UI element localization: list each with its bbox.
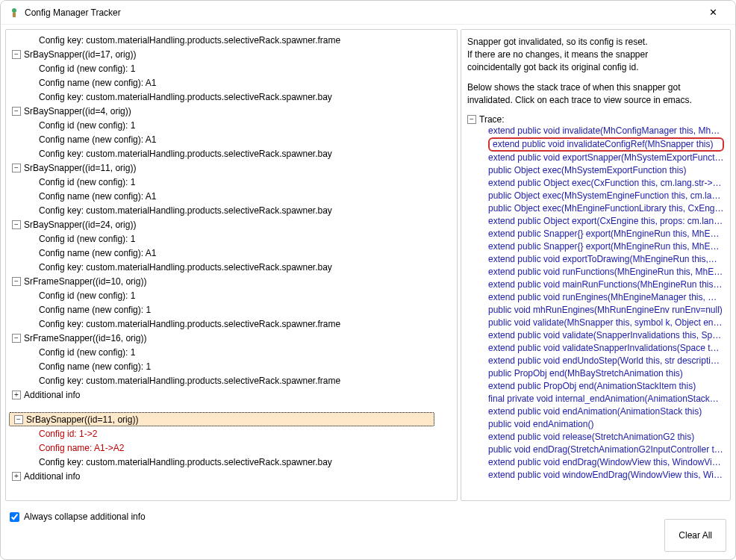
tree-row[interactable]: −SrBaySnapper((id=4, orig)) [9, 104, 454, 118]
tree-row[interactable]: Config name (new config): A1 [9, 189, 454, 203]
tree-row-label: Config key: custom.materialHandling.prod… [39, 205, 332, 216]
expand-toggle-icon[interactable]: + [12, 391, 21, 399]
tree-row-label: Config name (new config): 1 [39, 305, 151, 315]
tree-row[interactable]: Config name (new config): 1 [9, 302, 454, 317]
tree-row[interactable]: Config id (new config): 1 [9, 288, 454, 302]
trace-item[interactable]: extend public void runEngines(MhEngineMa… [488, 291, 724, 304]
tree-row-label: Config id (new config): 1 [39, 290, 135, 301]
trace-item[interactable]: extend public void release(StretchAnimat… [488, 431, 724, 444]
trace-label: Trace: [479, 114, 505, 125]
trace-item[interactable]: extend public void mainRunFunctions(MhEn… [488, 279, 724, 291]
close-button[interactable]: ✕ [698, 2, 728, 23]
trace-item[interactable]: extend public void validate(SnapperInval… [488, 329, 724, 342]
tree-row-label: Config key: custom.materialHandling.prod… [39, 457, 332, 467]
tree-row[interactable]: Config id (new config): 1 [9, 61, 454, 75]
trace-item[interactable]: extend public Snapper{} export(MhEngineR… [488, 228, 724, 240]
trace-item[interactable]: extend public void invalidateConfigRef(M… [488, 137, 724, 152]
collapse-checkbox-label: Always collapse additional info [24, 511, 146, 522]
trace-item[interactable]: extend public Object export(CxEngine thi… [488, 215, 724, 228]
tree-row-label: SrBaySnapper((id=11, orig)) [24, 163, 136, 173]
tree-row[interactable]: Config id: 1->2 [9, 426, 454, 441]
tree-row[interactable]: −SrFrameSnapper((id=10, orig)) [9, 274, 454, 288]
tree-row[interactable]: Config key: custom.materialHandling.prod… [9, 317, 454, 331]
tree-row[interactable]: Config name (new config): A1 [9, 75, 454, 90]
trace-item[interactable]: extend public void runFunctions(MhEngine… [488, 266, 724, 279]
trace-item[interactable]: public void validate(MhSnapper this, sym… [488, 317, 724, 329]
trace-item[interactable]: extend public PropObj end(AnimationStack… [488, 380, 724, 393]
tree-row[interactable]: Config name (new config): 1 [9, 359, 454, 373]
collapse-checkbox-row[interactable]: Always collapse additional info [10, 511, 146, 522]
trace-item[interactable]: extend public void exportToDrawing(MhEng… [488, 253, 724, 266]
trace-item[interactable]: public void endAnimation() [488, 418, 724, 431]
trace-panel[interactable]: Snapper got invalidated, so its config i… [461, 29, 731, 501]
collapse-toggle-icon[interactable]: − [12, 220, 21, 229]
trace-item[interactable]: extend public Snapper{} export(MhEngineR… [488, 240, 724, 253]
collapse-toggle-icon[interactable]: − [12, 334, 21, 343]
tree-row[interactable]: Config key: custom.materialHandling.prod… [9, 260, 454, 274]
tree-row-label: Config name (new config): A1 [39, 78, 156, 88]
tree-row[interactable]: Config key: custom.materialHandling.prod… [9, 203, 454, 217]
trace-item[interactable]: extend public Object exec(CxFunction thi… [488, 177, 724, 190]
tree-row[interactable]: −SrBaySnapper((id=17, orig)) [9, 47, 454, 61]
tree-row[interactable]: Config id (new config): 1 [9, 231, 454, 246]
tree-row[interactable]: Config key: custom.materialHandling.prod… [9, 455, 454, 469]
collapse-toggle-icon[interactable]: − [12, 50, 21, 59]
trace-item[interactable]: extend public void endUndoStep(World thi… [488, 355, 724, 367]
tree-row[interactable]: −SrBaySnapper((id=24, orig)) [9, 217, 454, 231]
trace-item[interactable]: extend public void windowEndDrag(WindowV… [488, 469, 724, 482]
trace-item[interactable]: extend public void validateSnapperInvali… [488, 342, 724, 355]
tree-row-label: Config name: A1->A2 [39, 443, 124, 453]
trace-item[interactable]: extend public void endDrag(WindowView th… [488, 456, 724, 469]
svg-rect-1 [13, 13, 16, 17]
tree-row[interactable]: Config name (new config): A1 [9, 246, 454, 260]
tree-row-label: Config key: custom.materialHandling.prod… [39, 35, 340, 46]
tree-row[interactable]: Config key: custom.materialHandling.prod… [9, 33, 454, 47]
tree-row-label: Config name (new config): 1 [39, 361, 151, 372]
tree-row[interactable]: −SrFrameSnapper((id=16, orig)) [9, 331, 454, 345]
tree-row[interactable]: Config key: custom.materialHandling.prod… [9, 90, 454, 104]
footer: Always collapse additional info Clear Al… [1, 507, 735, 559]
trace-item[interactable]: public Object exec(MhSystemEngineFunctio… [488, 190, 724, 202]
trace-item[interactable]: extend public void exportSnapper(MhSyste… [488, 152, 724, 164]
clear-all-button[interactable]: Clear All [664, 519, 726, 552]
tree-row[interactable]: +Additional info [9, 469, 454, 483]
tree-row[interactable]: Config id (new config): 1 [9, 175, 454, 189]
tree-row[interactable]: Config key: custom.materialHandling.prod… [9, 146, 454, 161]
tree-row[interactable]: Config id (new config): 1 [9, 118, 454, 132]
collapse-toggle-icon[interactable]: − [14, 415, 23, 424]
titlebar: Config Manager Tracker ✕ [1, 1, 735, 25]
svg-point-0 [12, 8, 16, 13]
tree-row-label: Config key: custom.materialHandling.prod… [39, 92, 332, 102]
tree-row-label: Config key: custom.materialHandling.prod… [39, 376, 340, 386]
tree-row[interactable]: −SrBaySnapper((id=11, orig)) [9, 161, 454, 175]
tree-row[interactable]: −SrBaySnapper((id=11, orig)) [9, 412, 434, 426]
expand-toggle-icon[interactable]: + [12, 472, 21, 481]
tree-row[interactable]: Config id (new config): 1 [9, 345, 454, 359]
collapse-toggle-icon[interactable]: − [12, 164, 21, 172]
tree-row[interactable]: Config name (new config): A1 [9, 132, 454, 146]
trace-item[interactable]: extend public void invalidate(MhConfigMa… [488, 125, 724, 137]
trace-item[interactable]: public void mhRunEngines(MhRunEngineEnv … [488, 304, 724, 317]
expand-toggle-icon[interactable]: − [467, 115, 476, 124]
trace-list: extend public void invalidate(MhConfigMa… [467, 125, 724, 482]
tree-row[interactable]: Config name: A1->A2 [9, 441, 454, 455]
tree-row[interactable]: Config key: custom.materialHandling.prod… [9, 373, 454, 388]
collapse-toggle-icon[interactable]: − [12, 277, 21, 286]
tree-row-label: Config id: 1->2 [39, 429, 97, 439]
trace-root[interactable]: − Trace: [467, 114, 724, 125]
trace-item[interactable]: public void endDrag(StretchAnimationG2In… [488, 444, 724, 456]
trace-item[interactable]: final private void internal_endAnimation… [488, 393, 724, 405]
collapse-checkbox[interactable] [10, 512, 19, 522]
tree-row-label: Additional info [24, 390, 80, 400]
close-icon: ✕ [709, 7, 717, 18]
trace-item[interactable]: public PropObj end(MhBayStretchAnimation… [488, 367, 724, 380]
collapse-toggle-icon[interactable]: − [12, 107, 21, 116]
trace-item[interactable]: extend public void endAnimation(Animatio… [488, 405, 724, 418]
trace-intro-1: Snapper got invalidated, so its config i… [467, 36, 724, 74]
config-tree-panel[interactable]: Config key: custom.materialHandling.prod… [5, 29, 458, 501]
tree-row-label: Config id (new config): 1 [39, 177, 135, 187]
tree-row[interactable]: +Additional info [9, 388, 454, 402]
trace-item[interactable]: public Object exec(MhEngineFunctionLibra… [488, 202, 724, 215]
trace-item[interactable]: public Object exec(MhSystemExportFunctio… [488, 164, 724, 177]
tree-row-label: Config key: custom.materialHandling.prod… [39, 149, 332, 159]
